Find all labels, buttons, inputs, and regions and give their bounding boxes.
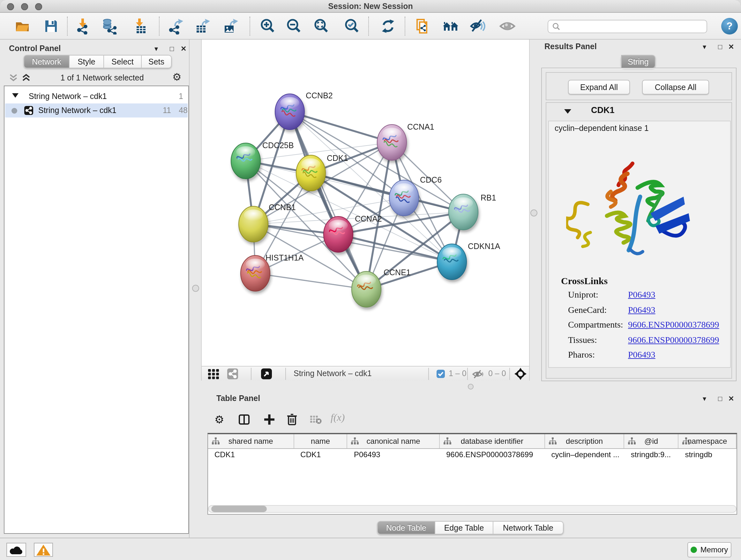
grid-view-icon[interactable] xyxy=(208,369,219,379)
results-panel-menu-icon[interactable]: ▾ xyxy=(703,42,706,51)
table-cell[interactable]: 9606.ENSP00000378699 xyxy=(440,449,545,460)
search-field[interactable] xyxy=(548,20,707,33)
help-button[interactable]: ? xyxy=(721,18,738,35)
column-header-canonicalname[interactable]: canonical name xyxy=(347,434,440,448)
right-splitter-handle[interactable] xyxy=(530,209,537,216)
node-RB1[interactable] xyxy=(449,194,478,230)
warning-button[interactable] xyxy=(34,543,53,557)
network-row-selected[interactable]: String Network – cdk1 11 48 xyxy=(5,104,188,118)
birds-eye-view-icon[interactable] xyxy=(261,368,272,379)
table-cell[interactable]: cyclin–dependent ... xyxy=(545,449,624,460)
table-gear-icon[interactable]: ⚙ xyxy=(214,413,224,427)
crosslink-link[interactable]: 9606.ENSP00000378699 xyxy=(628,335,719,345)
network-collection-row[interactable]: String Network – cdk1 1 xyxy=(4,90,188,103)
collapse-all-icon[interactable] xyxy=(9,73,18,82)
zoom-in-icon[interactable] xyxy=(260,18,276,35)
save-session-icon[interactable] xyxy=(43,18,59,35)
tab-sets[interactable]: Sets xyxy=(142,55,172,68)
delete-column-icon[interactable] xyxy=(286,413,297,425)
tab-network-table[interactable]: Network Table xyxy=(493,521,563,535)
horizontal-splitter-handle[interactable] xyxy=(468,384,474,389)
table-horizontal-scrollbar[interactable] xyxy=(208,505,737,513)
status-bar: Memory xyxy=(0,538,741,560)
expand-all-button[interactable]: Expand All xyxy=(568,80,630,95)
tab-style[interactable]: Style xyxy=(70,55,104,68)
table-panel-close-icon[interactable]: ✕ xyxy=(728,394,734,403)
table-cell[interactable]: P06493 xyxy=(347,449,440,460)
control-panel-close-icon[interactable]: ✕ xyxy=(181,44,186,53)
node-CCNB1[interactable] xyxy=(239,206,268,242)
share-document-icon[interactable] xyxy=(415,18,431,35)
crosslink-label: Tissues: xyxy=(568,335,628,345)
expand-all-icon[interactable] xyxy=(22,73,30,82)
tab-string[interactable]: String xyxy=(621,55,656,68)
node-CDKN1A[interactable] xyxy=(437,244,467,280)
network-view[interactable]: CCNB2CCNA1CDC25BCDK1CDC6RB1CCNB1CCNA2CDK… xyxy=(201,40,530,366)
tab-select[interactable]: Select xyxy=(104,55,142,68)
column-header-name[interactable]: name xyxy=(294,434,347,448)
table-cell[interactable]: CDK1 xyxy=(208,449,294,460)
import-database-icon[interactable] xyxy=(102,18,118,35)
node-CDK1[interactable] xyxy=(296,155,326,191)
export-network-icon[interactable] xyxy=(168,18,185,35)
crosslink-link[interactable]: P06493 xyxy=(628,290,656,300)
zoom-out-icon[interactable] xyxy=(286,18,302,35)
network-type-icon[interactable] xyxy=(227,368,238,379)
open-session-icon[interactable] xyxy=(14,18,30,35)
node-CCNE1[interactable] xyxy=(352,271,381,307)
table-row[interactable]: CDK1CDK1P064939606.ENSP00000378699cyclin… xyxy=(208,449,737,460)
left-splitter-handle[interactable] xyxy=(192,285,199,292)
zoom-fit-icon[interactable] xyxy=(313,18,330,35)
import-table-icon[interactable] xyxy=(131,18,148,35)
home-icon[interactable] xyxy=(442,18,459,35)
column-header-databaseidentifier[interactable]: database identifier xyxy=(440,434,545,448)
tab-node-table[interactable]: Node Table xyxy=(377,521,435,535)
show-eye-icon[interactable] xyxy=(499,18,516,35)
crosslink-link[interactable]: P06493 xyxy=(628,305,656,315)
control-panel-float-icon[interactable]: □ xyxy=(170,44,174,53)
table-panel-menu-icon[interactable]: ▾ xyxy=(703,394,706,403)
zoom-selected-icon[interactable] xyxy=(344,18,360,35)
import-network-icon[interactable] xyxy=(75,18,91,35)
column-header-id[interactable]: @id xyxy=(624,434,679,448)
control-panel: Control Panel ▾ □ ✕ NetworkStyleSelectSe… xyxy=(0,40,190,538)
cloud-button[interactable] xyxy=(6,543,26,557)
show-columns-icon[interactable] xyxy=(239,415,250,425)
control-panel-menu-icon[interactable]: ▾ xyxy=(154,44,158,53)
export-table-icon[interactable] xyxy=(194,18,211,35)
table-cell[interactable]: stringdb:9... xyxy=(624,449,679,460)
memory-button[interactable]: Memory xyxy=(687,542,731,557)
add-column-icon[interactable] xyxy=(264,414,275,425)
tab-network[interactable]: Network xyxy=(23,55,70,68)
table-cell[interactable]: stringdb xyxy=(678,449,737,460)
scrollbar-thumb[interactable] xyxy=(211,506,267,512)
section-expander-icon[interactable] xyxy=(564,109,571,114)
column-header-description[interactable]: description xyxy=(545,434,624,448)
tree-expander-icon[interactable] xyxy=(12,92,18,98)
table-cell[interactable]: CDK1 xyxy=(294,449,347,460)
crosslink-link[interactable]: 9606.ENSP00000378699 xyxy=(628,320,719,330)
collapse-all-button[interactable]: Collapse All xyxy=(642,80,709,95)
column-header-sharedname[interactable]: shared name xyxy=(208,434,294,448)
results-panel-close-icon[interactable]: ✕ xyxy=(728,42,734,51)
node-CCNA2[interactable] xyxy=(324,216,353,252)
selected-checkbox-icon[interactable] xyxy=(436,370,445,378)
gene-description: cyclin–dependent kinase 1 xyxy=(555,124,649,133)
column-header-namespace[interactable]: namespace xyxy=(678,434,737,448)
table-panel-float-icon[interactable]: □ xyxy=(718,394,722,403)
gear-icon[interactable]: ⚙ xyxy=(172,71,182,83)
center-view-icon[interactable] xyxy=(515,368,527,380)
export-image-icon[interactable] xyxy=(222,18,239,35)
search-input[interactable] xyxy=(563,21,706,32)
crosslink-link[interactable]: P06493 xyxy=(628,350,656,360)
node-CCNA1[interactable] xyxy=(377,125,407,160)
node-CDC6[interactable] xyxy=(389,180,419,216)
results-panel-float-icon[interactable]: □ xyxy=(718,42,722,51)
results-panel-title: Results Panel xyxy=(544,42,597,51)
network-canvas[interactable]: CCNB2CCNA1CDC25BCDK1CDC6RB1CCNB1CCNA2CDK… xyxy=(202,40,529,366)
refresh-icon[interactable] xyxy=(380,18,396,35)
hide-results-eye-icon[interactable] xyxy=(470,18,486,35)
tab-edge-table[interactable]: Edge Table xyxy=(435,521,493,535)
node-CCNB2[interactable] xyxy=(275,94,305,130)
node-CDC25B[interactable] xyxy=(231,143,260,179)
